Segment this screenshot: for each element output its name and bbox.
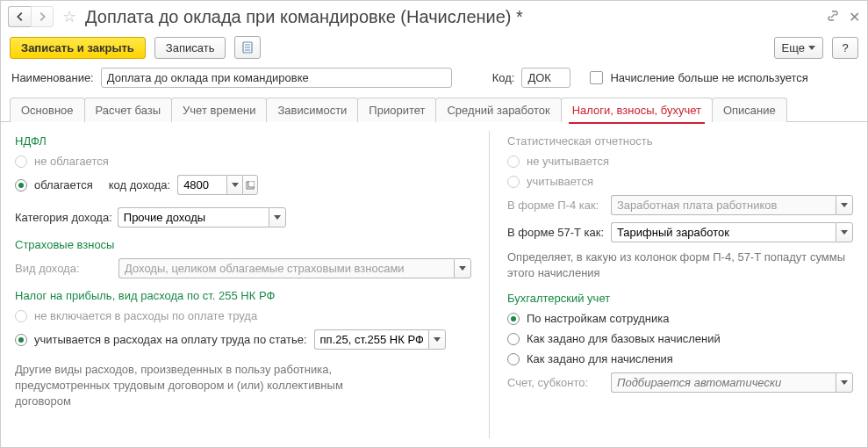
stat-counted-label: учитывается xyxy=(527,175,593,188)
article-dropdown-btn[interactable] xyxy=(428,329,446,350)
tab-priority[interactable]: Приоритет xyxy=(357,98,436,122)
tab-time[interactable]: Учет времени xyxy=(171,98,267,122)
account-select xyxy=(611,372,836,393)
nav-forward-button[interactable] xyxy=(31,6,54,27)
link-icon[interactable] xyxy=(826,9,840,25)
income-type-dropdown-btn[interactable] xyxy=(454,258,471,278)
ndfl-not-taxed-label: не облагается xyxy=(34,155,109,168)
ndfl-taxed-radio[interactable] xyxy=(15,179,27,191)
acc-for-charge-radio[interactable] xyxy=(507,353,520,365)
income-code-popup[interactable] xyxy=(242,175,258,195)
chevron-down-icon xyxy=(274,215,281,220)
form-p4-dropdown-btn xyxy=(836,195,853,215)
chevron-down-icon xyxy=(434,337,441,342)
stat-not-counted-radio xyxy=(507,155,520,168)
code-input[interactable] xyxy=(521,68,570,88)
document-icon xyxy=(240,40,255,54)
not-included-label: не включается в расходы по оплате труда xyxy=(34,309,257,322)
other-expenses-text: Другие виды расходов, произведенных в по… xyxy=(15,362,392,410)
income-cat-select[interactable] xyxy=(118,207,269,228)
tab-main[interactable]: Основное xyxy=(10,98,85,122)
account-dropdown-btn xyxy=(836,372,853,393)
popup-icon xyxy=(246,181,255,190)
acc-by-base-label: Как задано для базовых начислений xyxy=(527,332,721,345)
stat-hint: Определяет, в какую из колонок форм П-4,… xyxy=(507,249,853,281)
report-button[interactable] xyxy=(234,36,261,59)
more-button-label: Еще xyxy=(782,41,805,54)
form-57t-label: В форме 57-Т как: xyxy=(507,226,606,239)
income-cat-dropdown-btn[interactable] xyxy=(269,207,286,228)
not-used-label: Начисление больше не используется xyxy=(610,71,807,84)
income-cat-label: Категория дохода: xyxy=(15,211,112,224)
chevron-down-icon xyxy=(841,380,848,385)
acc-for-charge-label: Как задано для начисления xyxy=(527,352,673,365)
close-icon[interactable]: ✕ xyxy=(849,9,860,25)
stat-section-title: Статистическая отчетность xyxy=(507,134,853,148)
more-button[interactable]: Еще xyxy=(774,37,823,59)
chevron-down-icon xyxy=(232,183,239,187)
window-title: Доплата до оклада при командировке (Начи… xyxy=(85,7,821,27)
form-p4-label: В форме П-4 как: xyxy=(507,199,606,212)
code-label: Код: xyxy=(492,71,515,84)
stat-counted-radio xyxy=(507,176,520,188)
nav-back-button[interactable] xyxy=(8,6,31,27)
arrow-right-icon xyxy=(36,11,48,23)
ndfl-section-title: НДФЛ xyxy=(15,134,471,148)
save-and-close-button[interactable]: Записать и закрыть xyxy=(10,37,146,59)
name-input[interactable] xyxy=(101,68,452,88)
included-label: учитывается в расходах на оплату труда п… xyxy=(34,333,307,346)
arrow-left-icon xyxy=(14,11,26,23)
acc-by-employee-label: По настройкам сотрудника xyxy=(527,312,669,325)
ndfl-taxed-label: облагается xyxy=(34,178,93,191)
stat-not-counted-label: не учитывается xyxy=(527,155,609,168)
tab-base[interactable]: Расчет базы xyxy=(84,98,173,122)
not-included-radio[interactable] xyxy=(15,310,27,322)
acc-by-base-radio[interactable] xyxy=(507,333,520,345)
name-label: Наименование: xyxy=(11,71,94,84)
income-type-label: Вид дохода: xyxy=(15,262,113,275)
tab-deps[interactable]: Зависимости xyxy=(266,98,358,122)
income-code-label: код дохода: xyxy=(109,178,170,191)
income-code-input[interactable] xyxy=(177,175,226,195)
svg-rect-5 xyxy=(248,181,255,187)
accounting-section-title: Бухгалтерский учет xyxy=(507,292,853,305)
save-button[interactable]: Записать xyxy=(154,37,226,59)
tab-taxes[interactable]: Налоги, взносы, бухучет xyxy=(561,98,713,122)
ndfl-not-taxed-radio[interactable] xyxy=(15,155,27,168)
help-button[interactable]: ? xyxy=(832,37,858,59)
form-p4-select xyxy=(611,195,836,215)
column-divider xyxy=(489,131,490,438)
income-type-select[interactable] xyxy=(118,258,454,278)
included-radio[interactable] xyxy=(15,334,27,346)
insurance-section-title: Страховые взносы xyxy=(15,238,471,251)
form-57t-select[interactable] xyxy=(611,222,836,242)
not-used-checkbox[interactable] xyxy=(590,71,603,84)
account-label: Счет, субконто: xyxy=(507,376,606,389)
article-select[interactable] xyxy=(314,329,428,350)
favorite-star-icon[interactable]: ☆ xyxy=(62,7,76,26)
income-code-dropdown[interactable] xyxy=(226,175,242,195)
tab-avg[interactable]: Средний заработок xyxy=(435,98,561,122)
chevron-down-icon xyxy=(808,46,815,50)
tab-desc[interactable]: Описание xyxy=(712,98,787,122)
chevron-down-icon xyxy=(841,230,848,235)
acc-by-employee-radio[interactable] xyxy=(507,313,520,325)
tab-bar: Основное Расчет базы Учет времени Зависи… xyxy=(1,97,867,122)
form-57t-dropdown-btn[interactable] xyxy=(836,222,853,242)
chevron-down-icon xyxy=(841,203,848,207)
profit-tax-section-title: Налог на прибыль, вид расхода по ст. 255… xyxy=(15,289,471,302)
chevron-down-icon xyxy=(459,266,466,271)
